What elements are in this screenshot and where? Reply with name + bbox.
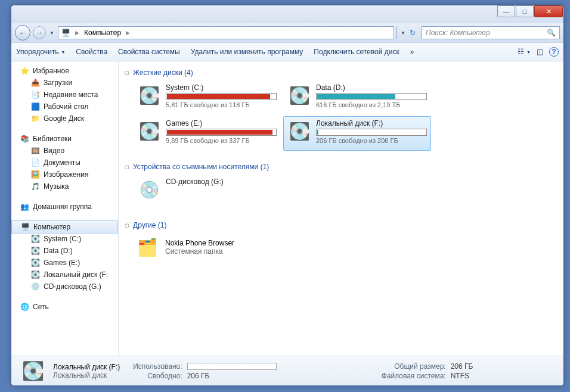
pictures-icon: 🖼️	[30, 170, 40, 179]
hdd-icon: 💽	[137, 119, 161, 143]
sidebar-item-drive-f[interactable]: 💽Локальный диск (F:	[11, 269, 118, 281]
drive-tile[interactable]: 💽Games (E:)9,69 ГБ свободно из 337 ГБ	[133, 116, 281, 151]
more-commands[interactable]: »	[410, 48, 414, 56]
status-fs-label: Файловая система:	[382, 372, 446, 380]
drive-tile[interactable]: 💽Локальный диск (F:)206 ГБ свободно из 2…	[283, 116, 431, 151]
sidebar-item-drive-d[interactable]: 💽Data (D:)	[11, 245, 118, 257]
content-pane[interactable]: ▢Жесткие диски (4) 💽System (C:)5,81 ГБ с…	[119, 61, 563, 356]
sidebar-favorites[interactable]: ⭐Избранное	[11, 65, 118, 77]
downloads-icon: 📥	[30, 78, 40, 88]
drive-cd[interactable]: 💿 CD-дисковод (G:)	[133, 175, 281, 209]
details-pane: 💽 Локальный диск (F:) Локальный диск Исп…	[11, 356, 563, 385]
minimize-button[interactable]: —	[497, 5, 515, 17]
address-dropdown[interactable]: ▼ ↻	[396, 26, 419, 39]
drive-usage-bar	[166, 129, 277, 136]
sidebar-network[interactable]: 🌐Сеть	[11, 301, 118, 313]
drive-free-text: 9,69 ГБ свободно из 337 ГБ	[166, 137, 277, 144]
sidebar-item-drive-g[interactable]: 💿CD-дисковод (G:)	[11, 281, 118, 293]
group-removable[interactable]: ▢Устройства со съемными носителями (1)	[125, 160, 557, 175]
sidebar-item-documents[interactable]: 📄Документы	[11, 157, 118, 169]
status-fs-value: NTFS	[451, 372, 473, 380]
drive-free-text: 616 ГБ свободно из 2,19 ТБ	[316, 101, 427, 108]
drive-free-text: 5,81 ГБ свободно из 118 ГБ	[166, 101, 277, 108]
hdd-icon: 💽	[137, 83, 161, 107]
sidebar-item-desktop[interactable]: 🟦Рабочий стол	[11, 101, 118, 113]
status-used-bar	[187, 363, 277, 370]
music-icon: 🎵	[30, 182, 40, 191]
sidebar-item-recent[interactable]: 📑Недавние места	[11, 89, 118, 101]
sidebar-homegroup[interactable]: 👥Домашняя группа	[11, 201, 118, 213]
breadcrumb-root[interactable]: Компьютер	[84, 29, 121, 37]
sidebar-item-downloads[interactable]: 📥Загрузки	[11, 77, 118, 89]
forward-button[interactable]: →	[33, 26, 46, 39]
help-button[interactable]: ?	[549, 47, 559, 57]
drive-icon: 💽	[30, 246, 40, 256]
collapse-icon[interactable]: ▢	[125, 70, 129, 76]
group-other[interactable]: ▢Другие (1)	[125, 219, 557, 233]
drive-name: Games (E:)	[166, 119, 277, 127]
desktop-icon: 🟦	[30, 102, 40, 111]
uninstall-button[interactable]: Удалить или изменить программу	[191, 48, 303, 56]
search-icon[interactable]: 🔍	[547, 29, 556, 37]
document-icon: 📄	[30, 158, 40, 167]
drive-name: Data (D:)	[316, 83, 427, 92]
video-icon: 🎞️	[30, 146, 40, 155]
star-icon: ⭐	[20, 66, 29, 76]
other-item-nokia[interactable]: 🗂️ Nokia Phone Browser Системная папка	[133, 233, 557, 262]
network-icon: 🌐	[20, 302, 29, 312]
preview-pane-button[interactable]: ◫	[537, 48, 543, 56]
view-options-button[interactable]: ☷ ▼	[518, 48, 531, 56]
sidebar-item-music[interactable]: 🎵Музыка	[11, 181, 118, 192]
chevron-right-icon[interactable]: ▶	[125, 30, 131, 36]
back-button[interactable]: ←	[15, 25, 30, 41]
hdd-icon: 💽	[287, 119, 311, 143]
status-total-value: 206 ГБ	[451, 362, 473, 371]
navigation-pane[interactable]: ⭐Избранное 📥Загрузки 📑Недавние места 🟦Ра…	[11, 61, 119, 356]
explorer-window: — □ ✕ ← → ▼ 🖥️ ▶ Компьютер ▶ ▼ ↻ Поиск: …	[11, 5, 564, 386]
drive-tile[interactable]: 💽Data (D:)616 ГБ свободно из 2,19 ТБ	[283, 80, 431, 115]
gdrive-icon: 📁	[30, 114, 40, 123]
address-bar: ← → ▼ 🖥️ ▶ Компьютер ▶ ▼ ↻ Поиск: Компью…	[11, 23, 563, 42]
drive-usage-bar	[316, 129, 427, 136]
drive-icon: 💽	[18, 359, 47, 383]
status-free-value: 206 ГБ	[187, 372, 277, 380]
map-drive-button[interactable]: Подключить сетевой диск	[314, 48, 399, 56]
status-used-label: Использовано:	[133, 362, 182, 371]
sidebar-computer[interactable]: 🖥️Компьютер	[11, 220, 118, 234]
sidebar-item-drive-c[interactable]: 💽System (C:)	[11, 233, 118, 245]
drive-icon: 💽	[30, 234, 40, 244]
system-properties-button[interactable]: Свойства системы	[118, 48, 180, 56]
maximize-button[interactable]: □	[516, 5, 534, 17]
breadcrumb-bar[interactable]: 🖥️ ▶ Компьютер ▶	[58, 26, 394, 39]
group-hard-disks[interactable]: ▢Жесткие диски (4)	[125, 66, 557, 80]
collapse-icon[interactable]: ▢	[125, 164, 129, 170]
nav-history-dropdown[interactable]: ▼	[48, 26, 55, 39]
organize-menu[interactable]: Упорядочить ▼	[16, 48, 65, 56]
search-input[interactable]: Поиск: Компьютер 🔍	[422, 26, 560, 39]
drive-free-text: 206 ГБ свободно из 206 ГБ	[316, 137, 427, 144]
sidebar-item-gdrive[interactable]: 📁Google Диск	[11, 113, 118, 125]
cd-icon: 💿	[30, 282, 40, 291]
collapse-icon[interactable]: ▢	[125, 223, 129, 228]
sidebar-item-drive-e[interactable]: 💽Games (E:)	[11, 257, 118, 269]
sidebar-item-videos[interactable]: 🎞️Видео	[11, 145, 118, 157]
sidebar-item-pictures[interactable]: 🖼️Изображения	[11, 169, 118, 181]
drive-icon: 💽	[30, 258, 40, 267]
close-button[interactable]: ✕	[534, 5, 563, 17]
sidebar-libraries[interactable]: 📚Библиотеки	[11, 133, 118, 145]
drive-icon: 💽	[30, 270, 40, 279]
drive-tile[interactable]: 💽System (C:)5,81 ГБ свободно из 118 ГБ	[133, 80, 281, 115]
status-subtitle: Локальный диск	[53, 371, 120, 379]
libraries-icon: 📚	[20, 134, 29, 144]
chevron-right-icon[interactable]: ▶	[74, 30, 80, 36]
search-placeholder: Поиск: Компьютер	[426, 29, 490, 37]
homegroup-icon: 👥	[20, 202, 29, 211]
status-title: Локальный диск (F:)	[53, 363, 120, 371]
drive-name: System (C:)	[166, 83, 277, 92]
properties-button[interactable]: Свойства	[76, 48, 107, 56]
title-bar[interactable]: — □ ✕	[11, 5, 563, 23]
computer-icon: 🖥️	[20, 222, 30, 232]
hdd-icon: 💽	[287, 83, 311, 107]
chevron-down-icon: ▼	[61, 50, 65, 54]
explorer-body: ⭐Избранное 📥Загрузки 📑Недавние места 🟦Ра…	[11, 61, 563, 356]
